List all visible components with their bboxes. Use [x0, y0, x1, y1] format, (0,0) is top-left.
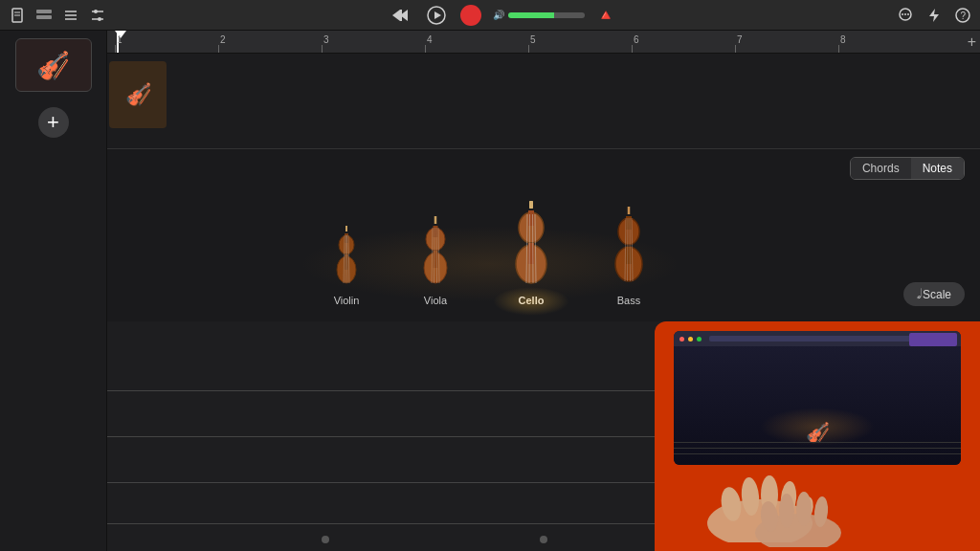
svg-point-19	[904, 13, 906, 15]
chords-notes-toggle: Chords Notes	[850, 157, 965, 180]
string-dot-1	[322, 536, 329, 543]
ruler-mark-7: 7	[735, 34, 743, 53]
list-icon[interactable]	[61, 6, 80, 25]
volume-slider[interactable]	[508, 12, 585, 18]
instrument-cello[interactable]: Cello	[510, 199, 552, 306]
svg-rect-55	[626, 247, 632, 264]
toolbar: 🔊 🔺 ?	[0, 0, 980, 31]
bottom-area: 🎻	[0, 321, 980, 551]
play-button[interactable]	[424, 3, 449, 28]
instrument-viola[interactable]: Viola	[418, 214, 453, 306]
svg-marker-21	[929, 9, 939, 22]
scale-label: Scale	[923, 288, 951, 301]
viola-svg	[418, 214, 453, 291]
svg-point-9	[94, 10, 98, 13]
metronome-icon[interactable]: 🔺	[596, 6, 615, 25]
svg-text:?: ?	[961, 11, 967, 21]
track-instrument-icon: 🎻	[36, 50, 70, 81]
instrument-selector: Modern Chords Notes Violin	[0, 149, 980, 321]
strings-area[interactable]: 🎻	[107, 321, 980, 551]
svg-rect-3	[36, 10, 52, 13]
right-hand	[750, 490, 846, 551]
string-dot-2	[540, 536, 547, 543]
tablet-minimize-dot	[688, 337, 693, 342]
ruler-mark-2: 2	[218, 34, 226, 53]
svg-marker-12	[392, 10, 400, 21]
track-block[interactable]: 🎻	[109, 61, 167, 128]
tablet-maximize-dot	[697, 337, 702, 342]
ruler-mark-3: 3	[322, 34, 329, 53]
svg-point-11	[98, 17, 101, 21]
instrument-stage: Violin Viola	[0, 187, 980, 321]
add-section-button[interactable]: +	[968, 33, 976, 51]
bass-label: Bass	[617, 295, 640, 306]
svg-point-18	[902, 13, 903, 15]
track-thumbnail[interactable]: 🎻	[15, 38, 92, 92]
svg-rect-36	[434, 251, 438, 268]
svg-rect-27	[345, 254, 348, 270]
svg-point-69	[779, 494, 794, 528]
instrument-violin[interactable]: Violin	[332, 224, 361, 306]
add-track-button[interactable]: +	[38, 107, 69, 138]
chat-icon[interactable]	[896, 6, 915, 25]
tablet-screen: 🎻	[674, 331, 961, 465]
rewind-button[interactable]	[388, 3, 412, 28]
toolbar-right: ?	[896, 6, 972, 25]
svg-rect-43	[528, 210, 534, 226]
cello-label: Cello	[519, 295, 545, 306]
svg-point-70	[796, 492, 812, 526]
svg-rect-53	[626, 216, 632, 230]
instrument-bass[interactable]: Bass	[610, 205, 648, 306]
svg-rect-47	[529, 201, 533, 209]
chords-button[interactable]: Chords	[851, 158, 911, 179]
cello-svg	[510, 199, 552, 291]
help-icon[interactable]: ?	[953, 6, 972, 25]
sidebar: 🎻 +	[0, 31, 107, 551]
svg-rect-25	[345, 233, 348, 243]
viola-label: Viola	[424, 295, 447, 306]
svg-marker-16	[434, 11, 441, 19]
ruler-mark-1: 1	[115, 34, 122, 53]
tablet-device: 🎻	[655, 321, 980, 551]
ruler-mark-5: 5	[528, 34, 536, 53]
track-area: 🎻	[107, 54, 980, 149]
tablet-purple-element	[909, 333, 957, 346]
tablet-close-dot	[679, 337, 684, 342]
bass-svg	[610, 205, 648, 291]
record-button[interactable]	[460, 5, 481, 26]
volume-icon: 🔊	[493, 10, 504, 20]
ruler-marks: 1 2 3 4 5 6 7 8 +	[107, 31, 980, 53]
svg-rect-34	[434, 226, 438, 237]
notes-button[interactable]: Notes	[911, 158, 964, 179]
tablet-strings	[674, 438, 961, 457]
scale-button[interactable]: 𝅗𝅥 Scale	[903, 282, 965, 306]
document-icon[interactable]	[8, 6, 27, 25]
tablet-toolbar	[674, 331, 961, 346]
svg-point-20	[907, 13, 909, 15]
violin-label: Violin	[334, 295, 360, 306]
svg-rect-4	[36, 15, 52, 19]
layers-icon[interactable]	[34, 6, 54, 25]
sliders-icon[interactable]	[88, 6, 107, 25]
violin-svg	[332, 224, 361, 291]
ruler-mark-4: 4	[425, 34, 433, 53]
ruler-mark-6: 6	[632, 34, 639, 53]
timeline-ruler: 1 2 3 4 5 6 7 8 +	[107, 31, 980, 54]
instrument-header: Modern Chords Notes	[0, 149, 980, 187]
transport-controls: 🔊 🔺	[115, 3, 888, 28]
hands-area	[674, 455, 980, 551]
lightning-icon[interactable]	[924, 6, 944, 25]
ruler-mark-8: 8	[838, 34, 846, 53]
tablet-content: 🎻	[674, 346, 961, 465]
